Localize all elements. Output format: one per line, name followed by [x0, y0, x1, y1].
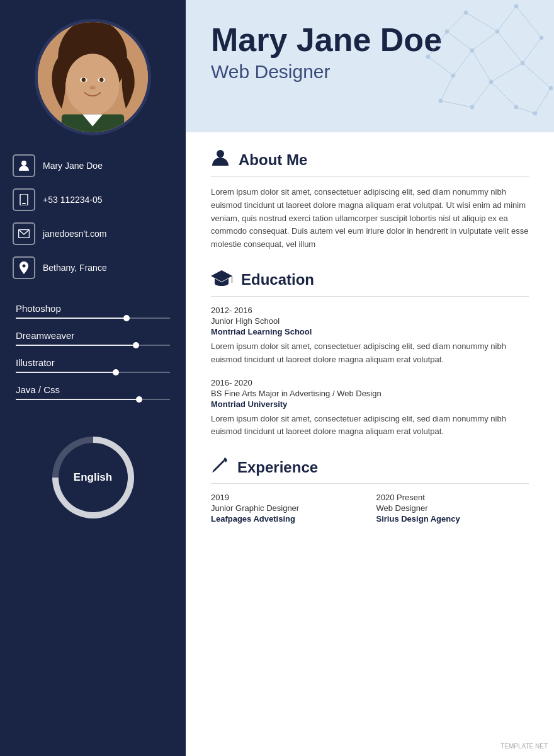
svg-line-21: [472, 32, 497, 50]
exp-2-year: 2020 Present: [376, 493, 529, 502]
email-icon: [13, 222, 35, 245]
svg-point-43: [514, 105, 518, 109]
svg-line-28: [466, 13, 497, 32]
about-header: About Me: [211, 148, 529, 177]
svg-point-44: [464, 11, 468, 14]
svg-marker-51: [211, 270, 232, 282]
svg-line-30: [428, 57, 453, 76]
experience-section: Experience 2019 Junior Graphic Designer …: [211, 456, 529, 524]
sidebar: Mary Jane Doe +53 112234-05 janedoesn't.…: [0, 0, 186, 756]
skill-dreamweaver-fill: [16, 345, 136, 346]
svg-line-15: [516, 6, 541, 38]
resume-header: Mary Jane Doe Web Designer: [186, 0, 554, 132]
exp-entry-1: 2019 Junior Graphic Designer Leafpages A…: [211, 493, 364, 524]
svg-point-2: [65, 54, 119, 115]
avatar-image: [38, 22, 148, 132]
skill-java: Java / Css: [16, 384, 170, 400]
skill-java-bar: [16, 399, 170, 400]
svg-line-22: [472, 50, 491, 82]
skill-illustrator: Illustrator: [16, 357, 170, 373]
svg-point-6: [99, 77, 104, 82]
svg-point-47: [451, 74, 455, 77]
avatar: [35, 19, 151, 135]
svg-point-50: [217, 150, 224, 158]
skill-photoshop-bar: [16, 318, 170, 319]
svg-line-25: [516, 107, 535, 113]
skill-dreamweaver-bar: [16, 345, 170, 346]
contact-phone-item: +53 112234-05: [13, 188, 173, 211]
edu-1-degree: Junior High School: [211, 316, 529, 326]
svg-point-35: [514, 4, 518, 8]
svg-point-39: [533, 112, 537, 115]
skill-photoshop-fill: [16, 318, 127, 319]
skill-java-fill: [16, 399, 139, 400]
edu-1-desc: Lorem ipsum dolor sit amet, consectetuer…: [211, 340, 529, 367]
about-title: About Me: [239, 151, 307, 169]
skill-illustrator-fill: [16, 372, 116, 373]
education-title: Education: [241, 271, 314, 289]
svg-point-38: [549, 86, 553, 90]
experience-header: Experience: [211, 456, 529, 484]
edu-entry-2: 2016- 2020 BS Fine Arts Major in Adverti…: [211, 378, 529, 439]
svg-line-17: [523, 63, 551, 88]
skill-illustrator-dot: [113, 369, 119, 375]
exp-1-year: 2019: [211, 493, 364, 502]
contact-location: Bethany, France: [43, 263, 107, 273]
skill-photoshop: Photoshop: [16, 303, 170, 319]
skill-dreamweaver-label: Dreamweaver: [16, 330, 170, 341]
exp-1-company: Leafpages Advetising: [211, 514, 364, 524]
svg-line-20: [497, 32, 523, 63]
skill-photoshop-label: Photoshop: [16, 303, 170, 314]
edu-1-year: 2012- 2016: [211, 306, 529, 315]
svg-point-10: [21, 161, 26, 166]
exp-1-role: Junior Graphic Designer: [211, 503, 364, 513]
location-icon: [13, 256, 35, 279]
main-content: Mary Jane Doe Web Designer About Me Lore…: [186, 0, 554, 756]
edu-2-school: Montriad University: [211, 399, 529, 409]
svg-rect-12: [22, 203, 26, 204]
svg-line-18: [535, 88, 551, 113]
skills-section: Photoshop Dreamweaver Illustrator: [0, 297, 186, 424]
pencil-icon: [211, 456, 229, 478]
svg-line-23: [491, 63, 523, 82]
skill-illustrator-label: Illustrator: [16, 357, 170, 368]
svg-line-34: [472, 82, 491, 107]
svg-line-27: [447, 13, 466, 32]
svg-point-48: [439, 99, 443, 103]
exp-2-company: Sirius Design Agency: [376, 514, 529, 524]
experience-title: Experience: [237, 459, 318, 476]
edu-entry-1: 2012- 2016 Junior High School Montriad L…: [211, 306, 529, 367]
skill-illustrator-bar: [16, 372, 170, 373]
svg-point-5: [82, 77, 86, 82]
svg-line-29: [428, 32, 447, 57]
svg-line-16: [523, 38, 541, 63]
svg-point-41: [470, 49, 474, 52]
exp-2-role: Web Designer: [376, 503, 529, 513]
edu-2-year: 2016- 2020: [211, 378, 529, 387]
contact-phone: +53 112234-05: [43, 195, 103, 205]
contact-email: janedoesn't.com: [43, 229, 107, 239]
skill-photoshop-dot: [123, 315, 130, 321]
language-section: English: [52, 437, 134, 518]
svg-line-24: [491, 82, 516, 107]
experience-grid: 2019 Junior Graphic Designer Leafpages A…: [211, 493, 529, 524]
skill-java-label: Java / Css: [16, 384, 170, 395]
contact-name-item: Mary Jane Doe: [13, 154, 173, 177]
skill-dreamweaver: Dreamweaver: [16, 330, 170, 346]
skill-java-dot: [136, 396, 142, 403]
svg-point-7: [89, 86, 95, 89]
edu-1-school: Montriad Learning School: [211, 327, 529, 336]
svg-point-46: [426, 55, 430, 59]
edu-2-desc: Lorem ipsum dolor sit amet, consectetuer…: [211, 413, 529, 439]
about-text: Lorem ipsum dolor sit amet, consectetuer…: [211, 186, 529, 251]
language-circle-outer: English: [52, 437, 134, 518]
svg-point-45: [445, 30, 449, 33]
contact-section: Mary Jane Doe +53 112234-05 janedoesn't.…: [0, 135, 186, 297]
exp-entry-2: 2020 Present Web Designer Sirius Design …: [376, 493, 529, 524]
svg-line-19: [497, 6, 516, 32]
contact-name: Mary Jane Doe: [43, 161, 103, 171]
education-header: Education: [211, 269, 529, 297]
network-decoration: [390, 0, 554, 132]
content-body: About Me Lorem ipsum dolor sit amet, con…: [186, 132, 554, 756]
svg-line-32: [441, 76, 453, 101]
